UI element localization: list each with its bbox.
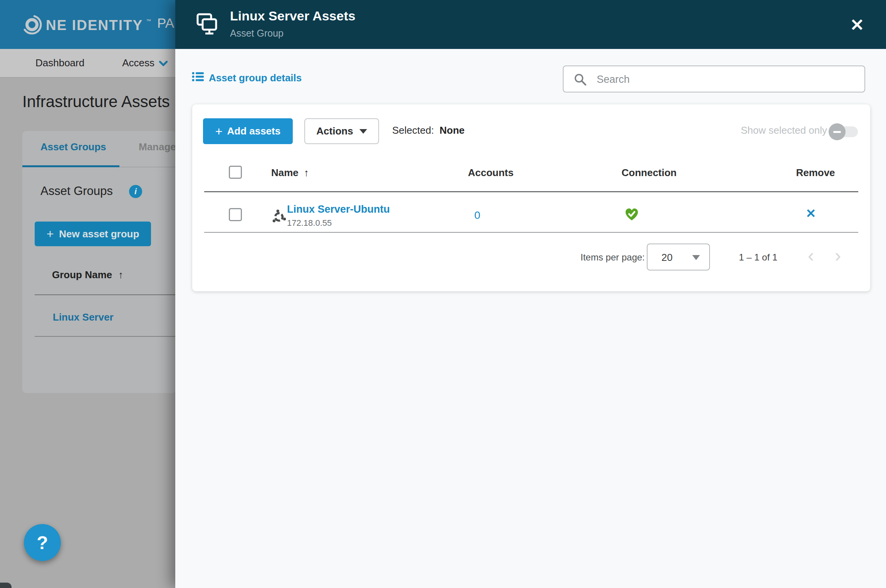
asset-group-slideover-panel: Linux Server Assets Asset Group ✕ Asset … <box>175 0 886 588</box>
nav-item-dashboard[interactable]: Dashboard <box>35 57 84 69</box>
caret-down-icon <box>359 129 367 134</box>
divider <box>35 294 176 295</box>
product-name-truncated: PA <box>157 15 174 31</box>
selected-label: Selected: <box>392 124 434 136</box>
assets-table-card: + Add assets Actions Selected: None Show… <box>192 104 870 291</box>
brand-trademark: ™ <box>146 18 151 24</box>
asset-group-details-label: Asset group details <box>209 72 302 84</box>
asset-accounts-count[interactable]: 0 <box>439 209 516 222</box>
row-checkbox[interactable] <box>229 208 242 221</box>
items-per-page-label: Items per page: <box>581 252 645 263</box>
close-button[interactable]: ✕ <box>844 12 870 38</box>
close-icon: ✕ <box>850 15 864 35</box>
panel-title: Linux Server Assets <box>230 8 356 24</box>
group-name-column-header[interactable]: Group Name ↑ <box>52 269 123 281</box>
show-selected-only-toggle[interactable] <box>832 126 858 137</box>
remove-asset-button[interactable]: ✕ <box>792 206 830 221</box>
chevron-left-icon: ‹ <box>808 245 814 265</box>
panel-header: Linux Server Assets Asset Group ✕ <box>175 0 886 49</box>
items-per-page-select[interactable]: 20 <box>647 244 710 270</box>
nav-dashboard-label: Dashboard <box>35 57 84 69</box>
column-header-connection[interactable]: Connection <box>611 167 688 179</box>
active-tab-underline <box>22 165 119 167</box>
search-box <box>563 66 865 92</box>
asset-ip-address: 172.18.0.55 <box>287 218 332 228</box>
sort-ascending-icon: ↑ <box>118 269 123 281</box>
toggle-knob <box>829 123 846 140</box>
column-header-name[interactable]: Name ↑ <box>271 167 309 179</box>
connection-healthy-heart-icon <box>624 207 639 224</box>
table-header-divider <box>204 191 858 192</box>
next-page-button[interactable]: › <box>829 242 846 268</box>
tab-asset-groups[interactable]: Asset Groups <box>40 141 106 153</box>
new-asset-group-label: New asset group <box>59 228 139 240</box>
items-per-page-value: 20 <box>661 252 673 264</box>
one-identity-ring-icon <box>21 14 43 37</box>
selected-value: None <box>440 124 465 136</box>
minus-icon <box>833 131 841 133</box>
group-row-linux-server[interactable]: Linux Server <box>53 311 114 323</box>
caret-down-icon <box>692 255 700 260</box>
actions-dropdown-button[interactable]: Actions <box>304 118 379 144</box>
panel-subtitle: Asset Group <box>230 28 284 39</box>
plus-icon: + <box>47 228 54 240</box>
question-mark-icon: ? <box>37 532 48 553</box>
nav-access-label: Access <box>122 57 154 69</box>
page-title: Infrastructure Assets <box>22 92 170 111</box>
pagination-range: 1 – 1 of 1 <box>739 252 777 263</box>
info-icon[interactable]: i <box>129 185 142 198</box>
asset-group-details-link[interactable]: Asset group details <box>192 71 302 85</box>
chevron-right-icon: › <box>835 245 841 265</box>
previous-page-button[interactable]: ‹ <box>802 242 819 268</box>
show-selected-only-label: Show selected only <box>741 124 827 136</box>
actions-label: Actions <box>316 125 353 137</box>
group-name-header-label: Group Name <box>52 269 112 281</box>
add-assets-button[interactable]: + Add assets <box>203 118 293 144</box>
chevron-down-icon <box>159 57 168 69</box>
search-icon <box>574 73 587 87</box>
ubuntu-logo-icon <box>272 209 286 225</box>
add-assets-label: Add assets <box>227 125 280 137</box>
asset-groups-card: Asset Groups Managed Asset Groups i + Ne… <box>22 131 176 393</box>
sort-ascending-icon: ↑ <box>304 167 309 179</box>
plus-icon: + <box>215 125 223 138</box>
details-list-icon <box>192 71 204 85</box>
one-identity-logo: NE IDENTITY ™ <box>21 14 151 37</box>
divider <box>35 336 176 337</box>
row-divider <box>204 232 858 233</box>
search-input[interactable] <box>596 67 859 92</box>
name-header-label: Name <box>271 167 299 179</box>
help-button[interactable]: ? <box>24 524 61 561</box>
column-header-remove: Remove <box>777 167 854 179</box>
nav-item-access[interactable]: Access <box>122 57 168 69</box>
new-asset-group-button[interactable]: + New asset group <box>35 222 151 246</box>
asset-name-link[interactable]: Linux Server-Ubuntu <box>287 203 390 215</box>
corner-wedge <box>0 583 12 588</box>
column-header-accounts[interactable]: Accounts <box>452 167 529 179</box>
select-all-checkbox[interactable] <box>229 166 242 179</box>
brand-text: NE IDENTITY <box>46 17 143 34</box>
remove-x-icon: ✕ <box>806 207 816 220</box>
section-heading: Asset Groups <box>40 184 113 198</box>
asset-group-monitors-icon <box>194 12 218 37</box>
